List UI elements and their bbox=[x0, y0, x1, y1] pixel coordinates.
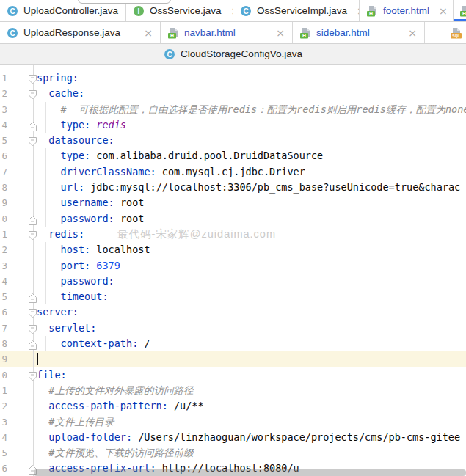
code-line[interactable]: 4upload-folder: /Users/linzhaoguan/works… bbox=[0, 430, 466, 445]
tab-bar-row-3[interactable]: C CloudStorageConfigVo.java bbox=[0, 44, 466, 65]
fold-marker-up-icon[interactable] bbox=[29, 339, 37, 348]
fold-marker-up-icon[interactable] bbox=[29, 120, 37, 130]
watermark-text: 最代码-宋家辉@zuidaima.com bbox=[117, 227, 276, 242]
code-line[interactable]: 3port: 6379 bbox=[0, 258, 466, 274]
code-line[interactable]: 8 context-path: / bbox=[0, 336, 466, 351]
tab-bar-row-2: CUploadResponse.java× Hnavbar.html× Hsid… bbox=[0, 22, 466, 44]
text-caret bbox=[37, 353, 38, 365]
code-line[interactable]: 1 spring: bbox=[0, 70, 466, 86]
tab-footer-html[interactable]: Hfooter.html× bbox=[360, 0, 454, 21]
html-icon: H bbox=[299, 27, 311, 39]
code-line[interactable]: 7 servlet: bbox=[0, 321, 466, 336]
tab-partial[interactable]: H bbox=[454, 0, 466, 21]
tab-label: sidebar.html bbox=[316, 27, 370, 38]
code-text: cache: bbox=[48, 86, 84, 101]
code-line[interactable]: 2host: localhost bbox=[0, 242, 466, 257]
horizontal-scrollbar-thumb[interactable] bbox=[34, 469, 466, 476]
code-line[interactable]: 5#文件预览、下载的访问路径前缀 bbox=[0, 445, 466, 461]
tab-label: UploadController.java bbox=[23, 5, 118, 16]
indent-guide bbox=[45, 164, 46, 180]
indent-guide bbox=[45, 211, 46, 227]
tab-ossserviceimpl-java[interactable]: COssServiceImpl.java× bbox=[233, 0, 360, 21]
line-number: 2 bbox=[0, 398, 7, 414]
close-icon[interactable]: × bbox=[139, 28, 153, 38]
line-number: 1 bbox=[0, 70, 7, 86]
close-icon[interactable]: × bbox=[404, 28, 417, 38]
java-class-icon: C bbox=[7, 5, 18, 17]
indent-guide bbox=[45, 117, 46, 133]
tab-uploadresponse-java[interactable]: CUploadResponse.java× bbox=[0, 22, 161, 43]
line-number: 9 bbox=[0, 195, 7, 210]
close-icon[interactable]: × bbox=[227, 6, 233, 16]
svg-text:H: H bbox=[302, 33, 306, 38]
line-number: 7 bbox=[0, 164, 7, 180]
fold-marker-down-icon[interactable] bbox=[29, 136, 37, 145]
code-text: #文件上传目录 bbox=[48, 414, 114, 430]
fold-marker-down-icon[interactable] bbox=[29, 323, 37, 333]
tab-label: OssServiceImpl.java bbox=[257, 5, 347, 16]
close-icon[interactable]: × bbox=[272, 28, 285, 38]
tab-sidebar-html[interactable]: Hsidebar.html× bbox=[293, 22, 425, 43]
code-line[interactable]: 0 password: root bbox=[0, 211, 466, 227]
tab-label: navbar.html bbox=[184, 27, 236, 38]
code-text: # 可根据此配置，自由选择是否使用redis：配置为redis则启用redis缓… bbox=[61, 102, 466, 117]
line-number: 4 bbox=[0, 117, 7, 133]
svg-text:C: C bbox=[10, 7, 15, 15]
code-line[interactable]: 4 type: redis bbox=[0, 117, 466, 133]
fold-marker-up-icon[interactable] bbox=[29, 292, 37, 301]
fold-marker-down-icon[interactable] bbox=[29, 230, 37, 239]
code-line[interactable]: 2 cache: bbox=[0, 86, 466, 101]
line-number: 0 bbox=[0, 211, 7, 227]
tab-partial[interactable]: SQL bbox=[425, 22, 466, 43]
tab-label: UploadResponse.java bbox=[23, 27, 120, 38]
popup-bottom-edge bbox=[78, 0, 171, 4]
code-line[interactable]: 6 server: bbox=[0, 304, 466, 320]
code-line[interactable]: 1 redis:最代码-宋家辉@zuidaima.com bbox=[0, 227, 466, 242]
tab-navbar-html[interactable]: Hnavbar.html× bbox=[161, 22, 293, 43]
line-number: 2 bbox=[0, 242, 7, 257]
fold-marker-down-icon[interactable] bbox=[29, 307, 37, 317]
code-text: access-path-pattern: /u/** bbox=[48, 398, 203, 414]
line-number: 7 bbox=[0, 321, 7, 336]
sql-icon: SQL bbox=[450, 27, 462, 39]
tab-label-cloudstorageconfigvo: CloudStorageConfigVo.java bbox=[181, 48, 302, 59]
code-text: url: jdbc:mysql://localhost:3306/pb_cms_… bbox=[61, 180, 461, 195]
fold-marker-down-icon[interactable] bbox=[29, 370, 37, 380]
line-number: 4 bbox=[0, 430, 7, 445]
code-line[interactable]: 5 datasource: bbox=[0, 133, 466, 148]
code-line[interactable]: 4password: bbox=[0, 274, 466, 289]
code-line[interactable]: 9username: root bbox=[0, 195, 466, 210]
html-icon: H bbox=[366, 5, 378, 17]
code-text: spring: bbox=[37, 70, 79, 86]
code-text: driverClassName: com.mysql.cj.jdbc.Drive… bbox=[61, 164, 305, 180]
code-line[interactable]: 3# 可根据此配置，自由选择是否使用redis：配置为redis则启用redis… bbox=[0, 102, 466, 117]
line-number: 0 bbox=[0, 367, 7, 383]
code-line[interactable]: 7driverClassName: com.mysql.cj.jdbc.Driv… bbox=[0, 164, 466, 180]
fold-marker-down-icon[interactable] bbox=[29, 89, 37, 98]
line-number: 4 bbox=[0, 274, 7, 289]
code-line[interactable]: 0 file: bbox=[0, 367, 466, 383]
code-line[interactable]: 5 timeout: bbox=[0, 289, 466, 304]
fold-marker-down-icon[interactable] bbox=[29, 73, 37, 83]
line-number: 9 bbox=[0, 351, 7, 367]
svg-text:C: C bbox=[167, 50, 172, 58]
code-text: password: root bbox=[61, 211, 145, 227]
code-line[interactable]: 3#文件上传目录 bbox=[0, 414, 466, 430]
code-line[interactable]: 1#上传的文件对外暴露的访问路径 bbox=[0, 383, 466, 398]
close-icon[interactable]: × bbox=[352, 6, 360, 16]
indent-guide bbox=[45, 102, 46, 117]
code-line[interactable]: 6type: com.alibaba.druid.pool.DruidDataS… bbox=[0, 148, 466, 164]
code-line[interactable]: 9 bbox=[0, 351, 466, 367]
line-number: 5 bbox=[0, 289, 7, 304]
indent-guide bbox=[45, 258, 46, 274]
line-number: 5 bbox=[0, 445, 7, 461]
close-icon[interactable]: × bbox=[434, 6, 448, 16]
code-text: server: bbox=[37, 304, 79, 320]
fold-marker-up-icon[interactable] bbox=[29, 214, 37, 224]
code-editor[interactable]: 1 spring:2 cache:3# 可根据此配置，自由选择是否使用redis… bbox=[0, 65, 466, 476]
svg-text:H: H bbox=[462, 11, 466, 16]
line-number: 3 bbox=[0, 258, 7, 274]
tab-label: footer.html bbox=[383, 5, 429, 16]
code-line[interactable]: 8url: jdbc:mysql://localhost:3306/pb_cms… bbox=[0, 180, 466, 195]
code-line[interactable]: 2access-path-pattern: /u/** bbox=[0, 398, 466, 414]
